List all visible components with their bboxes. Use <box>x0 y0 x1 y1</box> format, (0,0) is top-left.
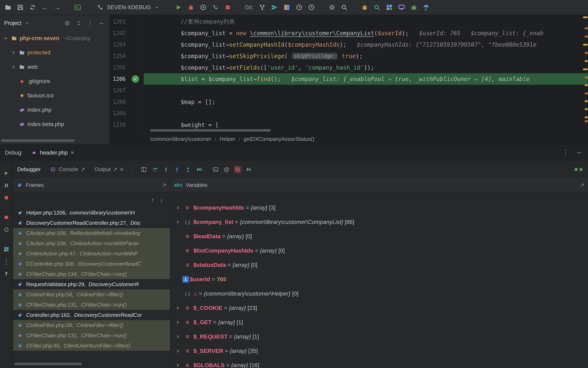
error-stripe-mark[interactable] <box>585 36 588 37</box>
stack-frame-row[interactable]: Helper.php:1206,common\library\customer\… <box>13 208 170 218</box>
line-number[interactable]: 1205 <box>110 64 127 71</box>
chevron-down-icon[interactable] <box>24 20 30 26</box>
variable-row[interactable]: ≡$_COOKIE = {array} [23] <box>171 301 588 315</box>
umbrella-icon[interactable] <box>421 3 431 12</box>
resume-pause-icon[interactable] <box>245 166 253 173</box>
plugins-icon[interactable] <box>409 3 418 12</box>
chevron-right-icon[interactable] <box>173 219 182 225</box>
variable-row[interactable]: ≡$statusData = {array} [0] <box>171 258 588 272</box>
more-icon[interactable]: ⋮ <box>86 19 94 27</box>
variable-row[interactable]: ≡$listCompanyHashIds = {array} [0] <box>171 244 588 258</box>
git-push-icon[interactable] <box>270 3 279 12</box>
previous-frame-icon[interactable]: ↑ <box>151 196 154 203</box>
stop-icon[interactable] <box>2 194 10 202</box>
chevron-down-icon[interactable] <box>154 4 160 10</box>
variable-row[interactable]: ≡$companyHashIds = {array} [3] <box>171 201 588 215</box>
evaluate-expression-icon[interactable] <box>212 166 219 173</box>
view-breakpoints-icon[interactable] <box>2 213 10 221</box>
scrollbar-thumb[interactable] <box>1 139 75 142</box>
mute-breakpoints-icon[interactable] <box>234 166 242 173</box>
error-stripe-mark[interactable] <box>585 92 588 94</box>
stack-frame-row[interactable]: DiscoveryCustomerReadController.php:27,D… <box>13 218 170 228</box>
code-line[interactable]: 1202$company_list = new \common\library\… <box>110 28 588 39</box>
variable-row[interactable]: {..}$company_list = {common\library\cust… <box>171 215 588 229</box>
tree-item-index-beta-php[interactable]: index-beta.php <box>0 117 110 131</box>
code-line[interactable]: 1204$company_list→setSkipPrivilege( skip… <box>110 50 588 62</box>
open-in-new-icon[interactable]: ↗ <box>113 166 117 173</box>
git-branch-icon[interactable] <box>257 3 267 12</box>
stack-frame-row[interactable]: CInlineFilter.php:58,CInlineFilter->filt… <box>13 320 170 330</box>
coverage-icon[interactable] <box>199 3 208 12</box>
stack-frame-row[interactable]: CAction.php:109,ReflectionMethod->invoke… <box>13 228 170 238</box>
debug-tab-output[interactable]: Output↗× <box>92 166 125 173</box>
tree-item-web[interactable]: web <box>0 60 110 74</box>
stack-frame-row[interactable]: CController.php:308,DiscoveryCustomerRea… <box>13 259 170 269</box>
variable-row[interactable]: 1$userId = 765 <box>171 272 588 286</box>
chevron-right-icon[interactable] <box>173 334 182 339</box>
error-stripe-mark[interactable] <box>583 68 588 70</box>
hide-icon[interactable]: ─ <box>98 19 105 27</box>
stack-frame-row[interactable]: CFilterChain.php:134,CFilterChain->run() <box>13 269 170 279</box>
save-all-icon[interactable] <box>16 3 25 12</box>
code-line[interactable]: 1205$company_list→setFields(['user_id', … <box>110 62 588 73</box>
tree-item--gitignore[interactable]: ◆.gitignore <box>0 74 110 88</box>
stack-frame-row[interactable]: CFilterChain.php:131,CFilterChain->run() <box>13 330 170 340</box>
chevron-right-icon[interactable] <box>173 305 182 311</box>
error-stripe-mark[interactable] <box>585 84 588 86</box>
error-stripe-mark[interactable] <box>585 77 588 78</box>
collapse-all-icon[interactable] <box>75 19 83 27</box>
line-number[interactable]: 1201 <box>110 19 127 25</box>
open-in-new-icon[interactable]: ↗ <box>81 166 85 173</box>
code-line[interactable]: 1207 <box>110 85 588 96</box>
run-icon[interactable] <box>174 3 183 12</box>
code-area[interactable]: 1201//查询company列表1202$company_list = new… <box>110 15 588 134</box>
expand-panel-icon[interactable]: ↗ <box>162 182 166 188</box>
pause-icon[interactable] <box>2 182 10 189</box>
line-number[interactable]: 1207 <box>110 87 127 93</box>
error-stripe-mark[interactable] <box>585 60 588 62</box>
line-number[interactable]: 1208 <box>110 99 127 105</box>
code-line[interactable]: 1210$weight = [ <box>110 119 588 131</box>
remote-dev-icon[interactable] <box>397 3 406 12</box>
muted-breakpoint-icon[interactable] <box>2 226 10 234</box>
code-line[interactable]: 1208$map = []; <box>110 96 588 108</box>
tree-item-index-php[interactable]: index.php <box>0 103 110 117</box>
chevron-right-icon[interactable] <box>173 320 182 325</box>
scrollbar-thumb[interactable] <box>150 129 271 132</box>
folder-icon[interactable] <box>3 3 13 12</box>
horizontal-scrollbar[interactable] <box>14 363 164 365</box>
line-number[interactable]: 1210 <box>110 122 127 128</box>
locate-icon[interactable] <box>63 19 71 27</box>
error-stripe-mark[interactable] <box>585 120 588 122</box>
breakpoint-hit-icon[interactable]: ✓ <box>127 75 144 83</box>
chevron-right-icon[interactable] <box>173 363 182 368</box>
debug-icon[interactable] <box>186 3 196 12</box>
error-stripe-mark[interactable] <box>583 44 588 46</box>
error-stripe-mark[interactable] <box>585 52 588 54</box>
breadcrumb-item[interactable]: Helper <box>220 136 235 142</box>
tree-item-favicon-ico[interactable]: ★favicon.ico <box>0 88 110 103</box>
chevron-right-icon[interactable] <box>9 64 18 70</box>
layout-icon[interactable] <box>140 166 148 173</box>
error-stripe-mark[interactable] <box>585 28 588 29</box>
inline-watch-icon[interactable]: @ <box>223 166 230 173</box>
tree-item-protected[interactable]: protected <box>0 46 110 60</box>
project-panel-title[interactable]: Project <box>4 20 21 26</box>
debug-tab-debugger[interactable]: Debugger <box>15 166 43 173</box>
error-stripe-mark[interactable] <box>583 16 588 18</box>
search-everywhere-icon[interactable] <box>372 3 382 12</box>
grid-icon[interactable] <box>385 3 394 12</box>
line-number[interactable]: 1202 <box>110 30 127 36</box>
variable-row[interactable]: ≡$leadData = {array} [0] <box>171 229 588 244</box>
chevron-right-icon[interactable] <box>9 50 18 55</box>
breadcrumb-item[interactable]: \common\library\customer <box>150 136 211 142</box>
horizontal-scrollbar[interactable] <box>0 139 110 142</box>
more-icon[interactable]: ⋮ <box>562 149 569 156</box>
minimize-icon[interactable]: ─ <box>575 149 583 156</box>
phone-listen-icon[interactable] <box>211 3 220 12</box>
chevron-down-icon[interactable] <box>1 36 10 41</box>
step-into-icon[interactable] <box>162 166 170 173</box>
error-stripe-mark[interactable] <box>585 108 588 110</box>
code-line[interactable]: 1203$company_list→setCompanyHashId($comp… <box>110 39 588 50</box>
chevron-right-icon[interactable] <box>173 348 182 354</box>
